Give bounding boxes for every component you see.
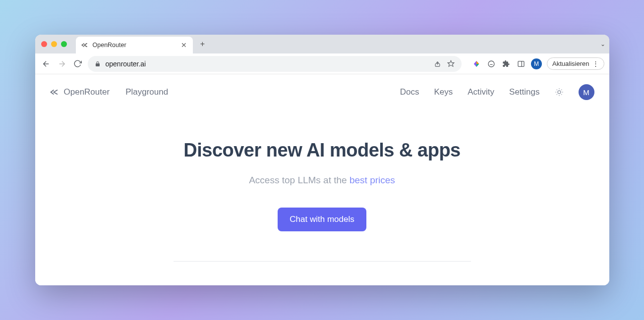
- maximize-window-button[interactable]: [61, 41, 67, 47]
- forward-button[interactable]: [56, 58, 68, 70]
- chat-with-models-button[interactable]: Chat with models: [278, 208, 366, 231]
- nav-activity[interactable]: Activity: [468, 87, 494, 97]
- extension-circle-icon[interactable]: [486, 59, 496, 69]
- lock-icon: [95, 61, 101, 67]
- svg-line-12: [561, 94, 562, 95]
- hero-title: Discover new AI models & apps: [183, 140, 461, 161]
- nav-keys[interactable]: Keys: [434, 87, 453, 97]
- nav-settings[interactable]: Settings: [509, 87, 539, 97]
- browser-profile-badge[interactable]: M: [531, 58, 542, 69]
- sidepanel-icon[interactable]: [516, 59, 526, 69]
- brand-link[interactable]: OpenRouter: [50, 87, 110, 97]
- back-button[interactable]: [40, 58, 52, 70]
- svg-line-11: [556, 90, 557, 90]
- reload-button[interactable]: [72, 58, 84, 70]
- minimize-window-button[interactable]: [51, 41, 57, 47]
- window-controls: [41, 41, 67, 47]
- close-window-button[interactable]: [41, 41, 47, 47]
- bookmark-star-icon[interactable]: [447, 60, 455, 67]
- hero-section: Discover new AI models & apps Access top…: [35, 110, 609, 262]
- extension-colorful-icon[interactable]: [471, 59, 481, 69]
- user-avatar[interactable]: M: [579, 84, 594, 100]
- svg-point-5: [488, 61, 494, 67]
- browser-tab[interactable]: OpenRouter ✕: [76, 37, 193, 53]
- share-icon[interactable]: [434, 60, 441, 67]
- address-bar[interactable]: openrouter.ai: [88, 56, 462, 72]
- address-bar-actions: [434, 60, 455, 67]
- nav-docs[interactable]: Docs: [400, 87, 419, 97]
- extensions-puzzle-icon[interactable]: [501, 59, 511, 69]
- browser-toolbar: openrouter.ai M: [35, 53, 609, 74]
- tab-favicon-icon: [81, 41, 89, 49]
- brand-logo-icon: [50, 88, 59, 97]
- update-button[interactable]: Aktualisieren ⋮: [547, 57, 604, 70]
- svg-marker-3: [476, 61, 479, 64]
- tab-bar: OpenRouter ✕ + ⌄: [35, 35, 609, 53]
- best-prices-link[interactable]: best prices: [350, 175, 395, 185]
- nav-right: Docs Keys Activity Settings M: [400, 84, 594, 100]
- hero-subtitle: Access top LLMs at the best prices: [249, 175, 395, 186]
- site-nav: OpenRouter Playground Docs Keys Activity…: [35, 74, 609, 110]
- svg-marker-4: [476, 64, 479, 67]
- tabs-dropdown-icon[interactable]: ⌄: [600, 41, 605, 48]
- tab-title: OpenRouter: [93, 42, 176, 49]
- svg-line-16: [561, 90, 562, 90]
- hero-subtitle-text: Access top LLMs at the: [249, 175, 350, 185]
- svg-marker-1: [448, 60, 454, 66]
- new-tab-button[interactable]: +: [196, 40, 210, 49]
- svg-line-15: [556, 94, 557, 95]
- brand-text: OpenRouter: [64, 87, 110, 97]
- url-text: openrouter.ai: [106, 60, 429, 68]
- kebab-menu-icon: ⋮: [592, 60, 599, 67]
- section-divider: [174, 261, 471, 262]
- browser-window: OpenRouter ✕ + ⌄ openrouter.ai: [35, 35, 609, 285]
- tab-close-button[interactable]: ✕: [180, 41, 188, 49]
- svg-rect-6: [518, 61, 524, 66]
- svg-point-8: [558, 91, 561, 94]
- update-label: Aktualisieren: [552, 60, 589, 67]
- toolbar-right: M Aktualisieren ⋮: [471, 57, 604, 70]
- nav-playground[interactable]: Playground: [125, 87, 168, 97]
- theme-toggle-sun-icon[interactable]: [555, 88, 564, 97]
- page-content: OpenRouter Playground Docs Keys Activity…: [35, 74, 609, 285]
